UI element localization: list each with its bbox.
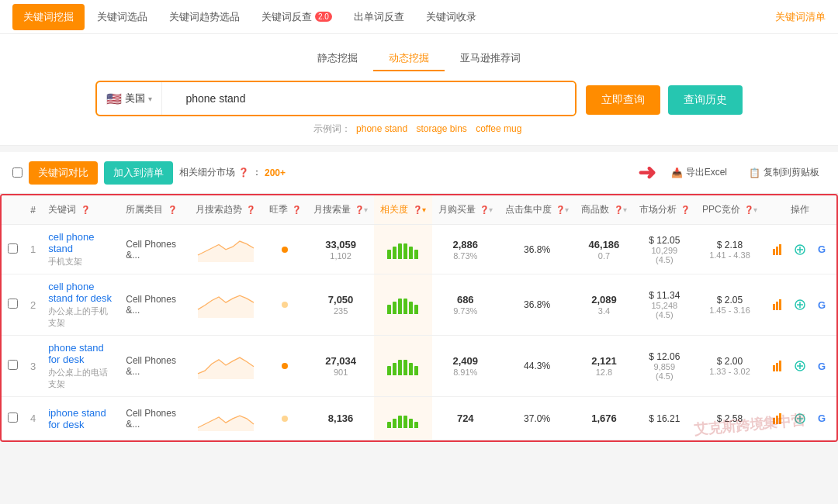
svg-rect-7 (776, 302, 778, 310)
th-relevance[interactable]: 相关度 ❓▾ (374, 195, 431, 225)
row-category: Cell Phones &... (126, 239, 176, 261)
row-num: 4 (30, 413, 36, 424)
keyword-main[interactable]: iphone stand for desk (48, 407, 113, 430)
nav-item-keyword-mining[interactable]: 关键词挖掘 (12, 4, 85, 30)
th-products: 商品数 ❓▾ (575, 195, 632, 225)
bar-chart-bar (414, 366, 418, 375)
compare-button[interactable]: 关键词对比 (29, 161, 98, 185)
keyword-main[interactable]: cell phone stand (48, 231, 113, 254)
price-detail: 10,299 (639, 246, 690, 255)
ppc-range: 1.41 - 4.38 (702, 250, 757, 260)
row-products-cell: 46,186 0.7 (575, 225, 632, 274)
keyword-main[interactable]: cell phone stand for desk (48, 281, 113, 304)
row-monthly-cell: 8,136 (307, 397, 374, 440)
th-keyword-help-icon: ❓ (81, 205, 90, 214)
op-google-icon[interactable]: G (813, 357, 830, 375)
products-count: 1,676 (581, 413, 626, 424)
op-google-icon[interactable]: G (813, 241, 830, 258)
copy-clipboard-button[interactable]: 📋 复制到剪贴板 (743, 163, 826, 182)
arrow-annotation: ➜ (638, 160, 656, 185)
op-icons: G (770, 410, 830, 427)
table-row: 4 iphone stand for desk Cell Phones &...… (2, 397, 836, 440)
nav-badge: 2.0 (315, 12, 332, 22)
th-peak: 旺季 ❓ (263, 195, 307, 225)
svg-rect-14 (779, 361, 781, 371)
op-chart-icon[interactable] (770, 241, 787, 258)
row-checkbox[interactable] (8, 360, 18, 370)
bar-chart-bar (393, 363, 396, 375)
svg-rect-8 (779, 299, 781, 310)
example-coffee-mug[interactable]: coffee mug (476, 123, 521, 134)
analysis-score: 12.8 (581, 368, 626, 377)
tab-static[interactable]: 静态挖掘 (302, 47, 373, 71)
row-analysis-cell: $ 12.05 10,299 (4.5) (633, 225, 696, 274)
op-add-icon[interactable] (791, 241, 809, 258)
keyword-main[interactable]: phone stand for desk (48, 342, 113, 365)
row-purchase-cell: 724 (432, 397, 499, 440)
nav-keyword-list[interactable]: 关键词清单 (775, 10, 826, 24)
row-op-cell: G (764, 397, 836, 440)
op-add-icon[interactable] (791, 410, 809, 427)
nav-item-keyword-collect[interactable]: 关键词收录 (417, 5, 486, 29)
op-add-icon[interactable] (791, 296, 809, 313)
row-products-cell: 2,089 3.4 (575, 274, 632, 336)
monthly-main: 27,034 (313, 355, 368, 367)
nav-item-keyword-reverse[interactable]: 关键词反查 2.0 (252, 5, 341, 29)
export-excel-button[interactable]: 📥 导出Excel (665, 163, 733, 182)
search-button[interactable]: 立即查询 (586, 85, 660, 115)
svg-rect-12 (773, 365, 775, 371)
google-g-label: G (818, 243, 826, 255)
peak-dot-high (282, 247, 288, 253)
click-concentration: 36.8% (524, 299, 550, 310)
example-phone-stand[interactable]: phone stand (356, 123, 407, 134)
country-select[interactable]: 🇺🇸 美国 ▾ (97, 82, 162, 115)
relevance-bars (380, 357, 425, 375)
tab-amazon-suggest[interactable]: 亚马逊推荐词 (445, 47, 536, 71)
op-chart-icon[interactable] (770, 410, 787, 427)
bar-chart-bar (393, 247, 396, 259)
op-add-icon[interactable] (791, 357, 809, 375)
monthly-main: 8,136 (313, 413, 368, 424)
price-main: $ 11.34 (639, 290, 690, 301)
op-chart-icon[interactable] (770, 296, 787, 313)
example-storage-bins[interactable]: storage bins (416, 123, 466, 134)
row-checkbox[interactable] (8, 243, 18, 254)
nav-item-single-word[interactable]: 出单词反查 (345, 5, 414, 29)
row-analysis-cell: $ 11.34 15,248 (4.5) (633, 274, 696, 336)
nav-item-keyword-trends[interactable]: 关键词趋势选品 (160, 5, 249, 29)
th-keyword: 关键词 ❓ (42, 195, 119, 225)
products-count: 2,121 (581, 355, 626, 367)
svg-rect-1 (776, 247, 778, 255)
add-to-list-button[interactable]: 加入到清单 (104, 161, 173, 185)
row-checkbox[interactable] (8, 299, 18, 309)
row-products-cell: 1,676 (575, 397, 632, 440)
th-analysis: 市场分析 ❓ (633, 195, 696, 225)
row-category: Cell Phones &... (126, 294, 176, 316)
tab-dynamic[interactable]: 动态挖掘 (373, 47, 445, 71)
relevance-bars (380, 295, 425, 314)
search-input[interactable] (176, 82, 575, 115)
select-all-checkbox[interactable] (12, 167, 23, 178)
price-main: $ 12.06 (639, 351, 690, 362)
sparkline-chart (195, 351, 257, 379)
row-checkbox[interactable] (8, 413, 18, 423)
th-check (2, 195, 24, 225)
row-trend-cell (189, 397, 263, 440)
nav-item-keyword-products[interactable]: 关键词选品 (88, 5, 157, 29)
th-relevance-sort-icon: ❓▾ (413, 205, 426, 214)
purchase-pct: 8.91% (438, 368, 493, 377)
th-monthly: 月搜索量 ❓▾ (307, 195, 374, 225)
row-trend-cell (189, 274, 263, 336)
row-purchase-cell: 686 9.73% (432, 274, 499, 336)
op-google-icon[interactable]: G (813, 410, 830, 427)
row-num-cell: 4 (24, 397, 42, 440)
products-count: 2,089 (581, 294, 626, 306)
op-google-icon[interactable]: G (813, 296, 830, 313)
table-wrap: # 关键词 ❓ 所属类目 ❓ 月搜索趋势 ❓ 旺季 ❓ 月搜索量 ❓▾ 相关度 … (0, 194, 838, 442)
search-row: 🇺🇸 美国 ▾ (95, 81, 577, 116)
history-button[interactable]: 查询历史 (668, 85, 743, 115)
peak-dot-low (282, 416, 288, 422)
op-chart-icon[interactable] (770, 357, 787, 375)
bar-chart-bar (387, 305, 391, 314)
op-icons: G (770, 296, 830, 313)
